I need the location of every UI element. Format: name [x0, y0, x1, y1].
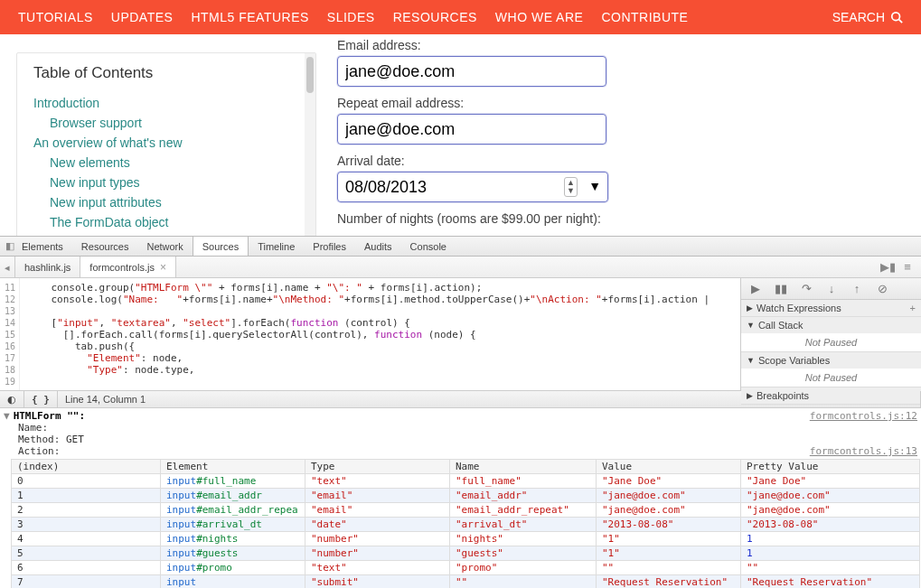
page-content: Table of Contents IntroductionBrowser su… — [0, 34, 921, 236]
table-of-contents: Table of Contents IntroductionBrowser su… — [16, 52, 316, 244]
debugger-sidebar: ▶ ▮▮ ↷ ↓ ↑ ⊘ ▶Watch Expressions+ ▼Call S… — [740, 278, 921, 390]
table-header: Element — [161, 460, 305, 474]
pause-indicator[interactable]: ◐ — [0, 391, 24, 407]
nav-link[interactable]: TUTORIALS — [18, 10, 93, 24]
dock-icon[interactable]: ◧ — [0, 240, 13, 252]
repeat-email-label: Repeat email address: — [337, 96, 921, 110]
scope-variables-header[interactable]: ▼Scope Variables — [741, 352, 921, 369]
disclosure-triangle-icon[interactable]: ▼ — [4, 410, 10, 422]
console-source-link[interactable]: formcontrols.js:12 — [810, 410, 917, 422]
table-header: Name — [450, 460, 597, 474]
toc-link[interactable]: Browser support — [50, 116, 142, 130]
devtools-tab[interactable]: Resources — [72, 237, 138, 256]
debugger-toolbar: ▶ ▮▮ ↷ ↓ ↑ ⊘ — [741, 278, 921, 300]
source-statusbar: ◐ { } Line 14, Column 1 — [0, 390, 921, 408]
nav-link[interactable]: UPDATES — [111, 10, 174, 24]
pretty-print-icon[interactable]: { } — [24, 391, 58, 407]
devtools-tabbar: ◧ ElementsResourcesNetworkSourcesTimelin… — [0, 237, 921, 257]
step-over-icon[interactable]: ↷ — [795, 282, 817, 295]
table-header: Pretty Value — [741, 460, 920, 474]
file-tab[interactable]: formcontrols.js× — [80, 257, 176, 277]
nav-link[interactable]: SLIDES — [327, 10, 375, 24]
nights-label: Number of nights (rooms are $99.00 per n… — [337, 211, 921, 226]
line-gutter: 111213141516171819 — [0, 278, 20, 390]
devtools-tab[interactable]: Timeline — [249, 237, 304, 256]
toc-title: Table of Contents — [33, 64, 299, 82]
console-group-label: HTMLForm "": — [14, 410, 85, 422]
table-row: 5input#guests"number""guests""1"1 — [12, 546, 920, 561]
toggle-split-icon[interactable]: ≡ — [898, 260, 917, 274]
step-out-icon[interactable]: ↑ — [846, 282, 868, 295]
form-area: Email address: Repeat email address: Arr… — [337, 34, 921, 236]
table-row: 1input#email_addr"email""email_addr""jan… — [12, 489, 920, 503]
toc-link[interactable]: Introduction — [33, 96, 99, 110]
table-row: 3input#arrival_dt"date""arrival_dt""2013… — [12, 518, 920, 532]
file-history-back[interactable]: ◂ — [0, 257, 14, 277]
table-row: 4input#nights"number""nights""1"1 — [12, 532, 920, 546]
table-row: 6input#promo"text""promo""""" — [12, 561, 920, 575]
cursor-position: Line 14, Column 1 — [58, 391, 921, 407]
call-stack-status: Not Paused — [741, 333, 921, 351]
add-watch-icon: + — [910, 303, 916, 313]
search-link[interactable]: SEARCH — [832, 10, 903, 24]
toc-link[interactable]: The FormData object — [50, 215, 169, 229]
pause-icon[interactable]: ▮▮ — [770, 282, 792, 295]
devtools-tab[interactable]: Sources — [193, 237, 249, 256]
devtools-tab[interactable]: Profiles — [304, 237, 355, 256]
nav-link[interactable]: CONTRIBUTE — [601, 10, 688, 24]
email-label: Email address: — [337, 38, 921, 52]
console-source-link[interactable]: formcontrols.js:13 — [810, 445, 917, 457]
table-header: (index) — [12, 460, 161, 474]
file-tab[interactable]: hashlink.js — [14, 257, 80, 277]
devtools-tab[interactable]: Network — [137, 237, 192, 256]
date-stepper[interactable]: ▲▼ — [564, 177, 578, 197]
table-row: 0input#full_name"text""full_name""Jane D… — [12, 474, 920, 489]
devtools: ◧ ElementsResourcesNetworkSourcesTimelin… — [0, 236, 921, 588]
nav-link[interactable]: HTML5 FEATURES — [191, 10, 308, 24]
toc-scrollbar[interactable] — [305, 53, 315, 243]
file-tab-bar: ◂ hashlink.jsformcontrols.js× ▶▮ ≡ — [0, 257, 921, 278]
search-label: SEARCH — [832, 10, 885, 24]
svg-line-1 — [899, 20, 903, 23]
toc-link[interactable]: An overview of what's new — [33, 135, 183, 150]
close-icon[interactable]: × — [160, 257, 166, 278]
step-into-icon[interactable]: ↓ — [821, 282, 842, 295]
table-header: Type — [305, 460, 450, 474]
console-panel[interactable]: ▼HTMLForm "": formcontrols.js:12 Name: M… — [0, 408, 921, 588]
search-icon — [890, 11, 903, 23]
run-snippet-icon[interactable]: ▶▮ — [878, 260, 898, 274]
top-nav: TUTORIALSUPDATESHTML5 FEATURESSLIDESRESO… — [0, 0, 921, 34]
resume-icon[interactable]: ▶ — [745, 282, 766, 295]
table-row: 7input"submit""""Request Reservation""Re… — [12, 575, 920, 589]
nav-link[interactable]: WHO WE ARE — [495, 10, 584, 24]
source-editor[interactable]: console.group("HTMLForm \"" + forms[i].n… — [20, 278, 740, 390]
watch-expressions-header[interactable]: ▶Watch Expressions+ — [741, 300, 921, 316]
toc-link[interactable]: New input types — [50, 175, 140, 190]
email-input[interactable] — [337, 56, 606, 87]
svg-point-0 — [892, 13, 900, 21]
nav-link[interactable]: RESOURCES — [393, 10, 477, 24]
toc-link[interactable]: New input attributes — [50, 195, 162, 210]
scope-status: Not Paused — [741, 369, 921, 387]
console-table: (index)ElementTypeNameValuePretty Value … — [11, 459, 920, 588]
arrival-label: Arrival date: — [337, 154, 921, 168]
table-header: Value — [597, 460, 741, 474]
devtools-tab[interactable]: Console — [401, 237, 456, 256]
console-output: Name: Method: GET Action: — [4, 422, 84, 457]
devtools-tab[interactable]: Audits — [355, 237, 401, 256]
repeat-email-input[interactable] — [337, 114, 606, 145]
date-dropdown-icon[interactable]: ▼ — [588, 179, 601, 193]
toc-link[interactable]: New elements — [50, 155, 130, 170]
deactivate-bp-icon[interactable]: ⊘ — [871, 282, 893, 295]
devtools-tab[interactable]: Elements — [13, 237, 72, 256]
table-row: 2input#email_addr_repea"email""email_add… — [12, 503, 920, 518]
call-stack-header[interactable]: ▼Call Stack — [741, 317, 921, 333]
